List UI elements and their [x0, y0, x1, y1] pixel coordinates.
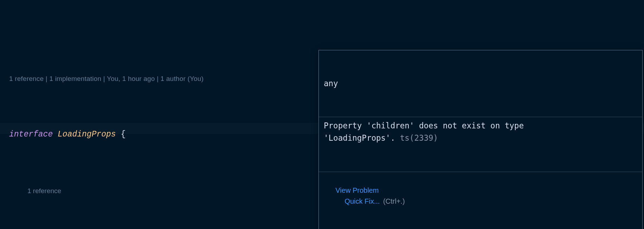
hover-tooltip[interactable]: any Property 'children' does not exist o… [318, 50, 643, 229]
hover-actions: View Problem Quick Fix... (Ctrl+.) [319, 172, 642, 221]
view-problem-link[interactable]: View Problem [335, 186, 379, 194]
hover-message: Property 'children' does not exist on ty… [319, 117, 642, 147]
quick-fix-shortcut: (Ctrl+.) [383, 197, 405, 205]
code-editor[interactable]: 1 reference | 1 implementation | You, 1 … [0, 0, 644, 229]
hover-type-info: any [319, 75, 642, 93]
codelens-noheader[interactable]: 1 reference [27, 187, 61, 195]
quick-fix-link[interactable]: Quick Fix... (Ctrl+.) [344, 197, 405, 205]
ts-error-code: ts(2339) [400, 133, 438, 142]
